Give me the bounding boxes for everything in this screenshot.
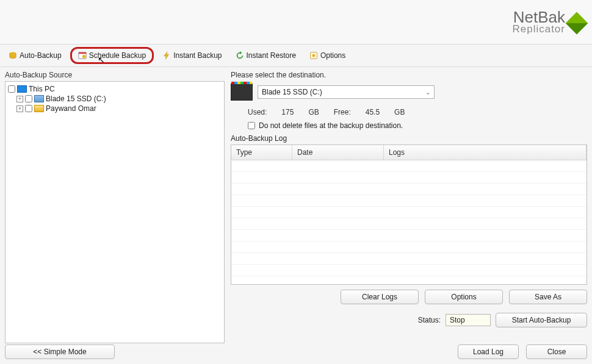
- close-button[interactable]: Close: [526, 344, 587, 359]
- toolbar-label: Instant Restore: [247, 51, 296, 60]
- save-as-button[interactable]: Save As: [509, 290, 587, 304]
- app-logo: NetBak Replicator: [512, 10, 565, 35]
- instant-restore-tab[interactable]: Instant Restore: [231, 49, 301, 62]
- svg-point-5: [312, 54, 315, 57]
- nas-icon: [231, 84, 253, 101]
- log-options-button[interactable]: Options: [425, 290, 503, 304]
- tree-root[interactable]: This PC: [8, 84, 222, 94]
- free-unit: GB: [394, 108, 405, 116]
- source-label: Auto-Backup Source: [5, 71, 225, 79]
- source-tree[interactable]: This PC + Blade 15 SSD (C:) + Paywand Om…: [5, 81, 225, 343]
- restore-icon: [236, 51, 244, 60]
- gear-icon: [309, 51, 318, 60]
- used-label: Used:: [248, 108, 267, 116]
- schedule-backup-tab[interactable]: Schedule Backup: [70, 47, 154, 64]
- instant-backup-tab[interactable]: Instant Backup: [157, 49, 226, 62]
- tree-checkbox[interactable]: [25, 95, 32, 102]
- drive-icon: [34, 95, 44, 102]
- log-table: Type Date Logs: [231, 145, 587, 285]
- clear-logs-button[interactable]: Clear Logs: [341, 290, 419, 304]
- expand-icon[interactable]: +: [16, 96, 23, 102]
- status-value: Stop: [450, 316, 465, 324]
- col-type[interactable]: Type: [231, 145, 292, 160]
- destination-prompt: Please select the destination.: [231, 71, 587, 79]
- free-label: Free:: [334, 108, 351, 116]
- tree-checkbox[interactable]: [25, 105, 32, 112]
- options-tab[interactable]: Options: [305, 49, 350, 62]
- folder-icon: [34, 105, 44, 112]
- logo-diamond-icon: [566, 12, 588, 35]
- app-header: NetBak Replicator: [0, 0, 592, 44]
- auto-backup-tab[interactable]: Auto-Backup: [4, 49, 67, 62]
- toolbar-label: Instant Backup: [173, 51, 222, 60]
- svg-rect-2: [79, 52, 86, 54]
- tree-item-drive[interactable]: + Blade 15 SSD (C:): [8, 94, 222, 104]
- tree-item-folder[interactable]: + Paywand Omar: [8, 104, 222, 113]
- simple-mode-button[interactable]: << Simple Mode: [5, 344, 115, 359]
- tree-label: Blade 15 SSD (C:): [46, 95, 106, 103]
- disk-usage: Used: 175 GB Free: 45.5 GB: [231, 105, 587, 121]
- log-body[interactable]: [231, 160, 587, 284]
- col-date[interactable]: Date: [292, 145, 384, 160]
- bolt-icon: [162, 51, 171, 60]
- log-label: Auto-Backup Log: [231, 134, 587, 143]
- used-unit: GB: [308, 108, 319, 116]
- status-label: Status:: [418, 316, 441, 324]
- col-logs[interactable]: Logs: [384, 145, 587, 160]
- expand-icon[interactable]: +: [16, 105, 23, 112]
- destination-select[interactable]: Blade 15 SSD (C:) ⌄: [258, 85, 435, 99]
- destination-value: Blade 15 SSD (C:): [262, 88, 322, 96]
- load-log-button[interactable]: Load Log: [458, 344, 519, 359]
- chevron-down-icon: ⌄: [425, 89, 430, 96]
- main-toolbar: Auto-Backup Schedule Backup Instant Back…: [0, 44, 592, 67]
- toolbar-label: Options: [320, 51, 345, 60]
- tree-checkbox[interactable]: [8, 85, 15, 93]
- tree-label: Paywand Omar: [46, 104, 96, 113]
- calendar-icon: [78, 51, 87, 60]
- used-value: 175: [281, 108, 294, 116]
- logo-text-sub: Replicator: [512, 24, 565, 34]
- log-header: Type Date Logs: [231, 145, 587, 160]
- toolbar-label: Auto-Backup: [20, 51, 62, 60]
- start-auto-backup-button[interactable]: Start Auto-Backup: [496, 313, 587, 327]
- do-not-delete-checkbox[interactable]: [248, 122, 255, 129]
- do-not-delete-label: Do not delete files at the backup destin…: [259, 121, 403, 130]
- database-icon: [9, 51, 17, 60]
- status-value-box: Stop: [446, 314, 491, 326]
- tree-label: This PC: [29, 85, 55, 93]
- free-value: 45.5: [366, 108, 380, 116]
- svg-point-3: [82, 55, 86, 59]
- pc-icon: [17, 85, 27, 93]
- toolbar-label: Schedule Backup: [89, 51, 146, 60]
